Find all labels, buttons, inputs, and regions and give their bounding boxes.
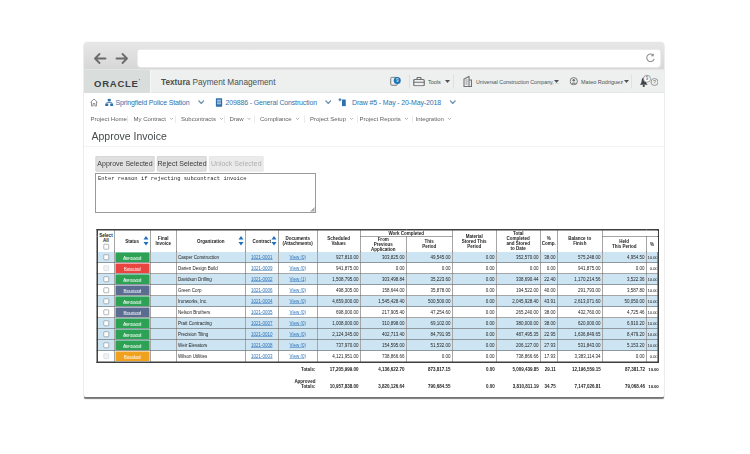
svg-text:?: ? bbox=[653, 79, 656, 85]
